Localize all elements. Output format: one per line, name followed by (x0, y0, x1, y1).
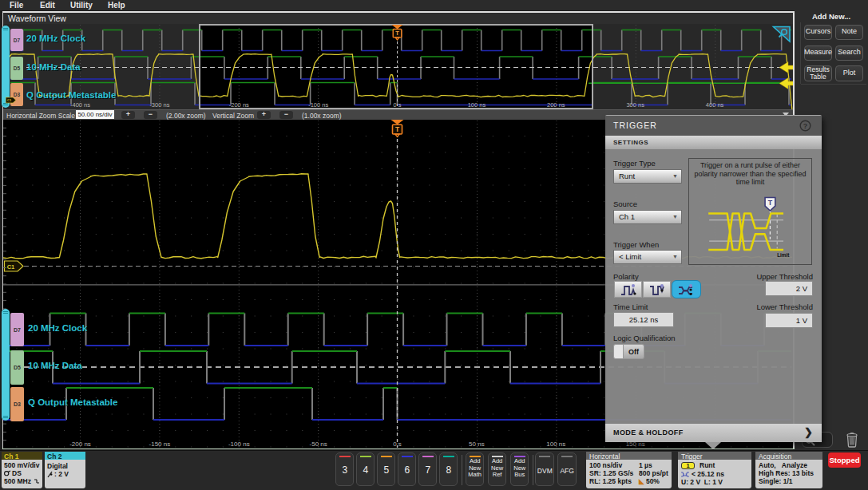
svg-text:400 ns: 400 ns (706, 101, 724, 109)
svg-text:100 ns: 100 ns (468, 101, 486, 109)
svg-text:T: T (395, 125, 400, 133)
svg-text:300 ns: 300 ns (626, 101, 644, 109)
svg-text:Limit: Limit (777, 252, 790, 258)
svg-text:?: ? (803, 122, 808, 130)
svg-text:50 ns: 50 ns (469, 441, 485, 448)
svg-text:0 s: 0 s (393, 441, 402, 448)
svg-text:T: T (768, 199, 773, 207)
svg-text:-300 ns: -300 ns (149, 101, 169, 109)
svg-text:100 ns: 100 ns (546, 441, 565, 448)
svg-text:C1: C1 (7, 263, 15, 271)
svg-text:T: T (395, 30, 399, 37)
svg-text:-200 ns: -200 ns (229, 101, 249, 109)
svg-text:0 s: 0 s (393, 101, 401, 109)
svg-text:C1: C1 (7, 98, 12, 102)
svg-text:-100 ns: -100 ns (228, 441, 250, 448)
svg-text:-150 ns: -150 ns (149, 441, 171, 448)
svg-text:-100 ns: -100 ns (308, 101, 328, 109)
svg-text:-50 ns: -50 ns (310, 441, 327, 448)
svg-text:-400 ns: -400 ns (70, 101, 90, 109)
svg-text:200 ns: 200 ns (547, 101, 565, 109)
svg-text:-200 ns: -200 ns (69, 441, 91, 448)
